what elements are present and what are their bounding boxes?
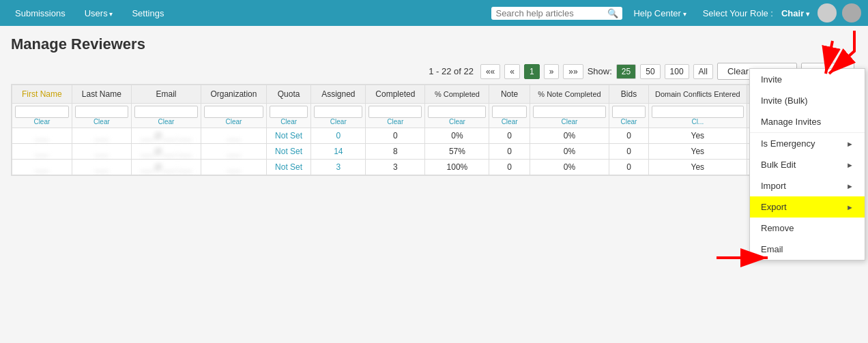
table-row: ___ ___ ___@___.___ ___ Not Set 14 8 57%… <box>12 144 856 160</box>
cell-email: ___@___.___ <box>131 128 201 144</box>
toolbar: 1 - 22 of 22 «« « 1 » »» Show: 25 50 100… <box>11 63 857 80</box>
cell-pct-completed: 100% <box>425 160 489 175</box>
nav-submissions[interactable]: Submissions <box>7 3 74 24</box>
clear-last-name[interactable]: Clear <box>75 118 128 125</box>
cell-assigned[interactable]: 0 <box>311 128 366 144</box>
search-icon: 🔍 <box>607 8 618 18</box>
clear-assigned[interactable]: Clear <box>314 118 362 125</box>
clear-pct-note[interactable]: Clear <box>533 118 606 125</box>
filter-pct-note[interactable] <box>533 106 606 118</box>
col-domain: Domain Conflicts Entered <box>648 85 747 104</box>
col-note: Note <box>489 85 530 104</box>
table-row: ___ ___ ___@___.___ ___ Not Set 3 3 100%… <box>12 160 856 175</box>
col-org: Organization <box>201 85 267 104</box>
col-assigned: Assigned <box>311 85 366 104</box>
avatar <box>818 3 837 23</box>
cell-last-name: ___ <box>72 160 131 175</box>
col-quota: Quota <box>266 85 311 104</box>
cell-quota[interactable]: Not Set <box>266 128 311 144</box>
cell-last-name: ___ <box>72 144 131 160</box>
cell-first-name: ___ <box>12 144 72 160</box>
clear-domain[interactable]: Cl... <box>652 118 744 125</box>
first-name-sort[interactable]: First Name <box>22 89 62 99</box>
pag-first[interactable]: «« <box>480 64 500 79</box>
clear-email[interactable]: Clear <box>134 118 198 125</box>
show-label: Show: <box>588 66 612 76</box>
table-wrap: First Name Last Name Email Organization … <box>11 84 857 176</box>
cell-assigned[interactable]: 3 <box>311 160 366 175</box>
cell-completed: 3 <box>366 160 425 175</box>
cell-bids: 0 <box>609 160 649 175</box>
show-all-button[interactable]: All <box>693 64 713 79</box>
dropdown-item-invite[interactable]: Invite <box>750 69 865 90</box>
col-email: Email <box>131 85 201 104</box>
cell-completed: 0 <box>366 128 425 144</box>
cell-org: ___ <box>201 144 267 160</box>
table-header-row: First Name Last Name Email Organization … <box>12 85 856 104</box>
cell-pct-note: 0% <box>530 128 609 144</box>
table-row: ___ ___ ___@___.___ ___ Not Set 0 0 0% 0… <box>12 128 856 144</box>
filter-completed[interactable] <box>368 106 422 118</box>
cell-quota[interactable]: Not Set <box>266 160 311 175</box>
nav-settings[interactable]: Settings <box>124 3 172 24</box>
clear-bids[interactable]: Clear <box>612 118 646 125</box>
dropdown-item-import[interactable]: Import► <box>750 175 865 185</box>
pag-page-1[interactable]: 1 <box>524 64 540 79</box>
clear-first-name[interactable]: Clear <box>15 118 69 125</box>
show-50-button[interactable]: 50 <box>640 64 660 79</box>
cell-domain: Yes <box>648 128 747 144</box>
submenu-arrow-icon: ► <box>846 140 854 148</box>
cell-note: 0 <box>489 128 530 144</box>
page-content: Manage Reviewers 1 - 22 of 22 «« « 1 » »… <box>0 26 868 185</box>
help-center-button[interactable]: Help Center <box>625 3 694 24</box>
pag-prev[interactable]: « <box>504 64 520 79</box>
clear-org[interactable]: Clear <box>204 118 263 125</box>
dropdown-item-is-emergency[interactable]: Is Emergency► <box>750 133 865 154</box>
cell-note: 0 <box>489 144 530 160</box>
search-input[interactable] <box>495 8 605 18</box>
filter-last-name[interactable] <box>75 106 128 118</box>
cell-assigned[interactable]: 14 <box>311 144 366 160</box>
clear-note[interactable]: Clear <box>492 118 526 125</box>
cell-first-name: ___ <box>12 160 72 175</box>
search-wrap: 🔍 <box>491 7 622 20</box>
cell-note: 0 <box>489 160 530 175</box>
table-body: ___ ___ ___@___.___ ___ Not Set 0 0 0% 0… <box>12 128 856 175</box>
cell-pct-completed: 57% <box>425 144 489 160</box>
nav-users[interactable]: Users <box>76 3 121 24</box>
col-first-name: First Name <box>12 85 72 104</box>
avatar2 <box>842 3 861 23</box>
filter-bids[interactable] <box>612 106 646 118</box>
pag-last[interactable]: »» <box>563 64 583 79</box>
pag-next[interactable]: » <box>544 64 560 79</box>
cell-email: ___@___.___ <box>131 160 201 175</box>
cell-domain: Yes <box>648 144 747 160</box>
filter-domain[interactable] <box>652 106 744 118</box>
submenu-arrow-icon: ► <box>846 182 854 186</box>
cell-quota[interactable]: Not Set <box>266 144 311 160</box>
filter-note[interactable] <box>492 106 526 118</box>
filter-org[interactable] <box>204 106 263 118</box>
filter-assigned[interactable] <box>314 106 362 118</box>
col-bids: Bids <box>609 85 649 104</box>
role-selector[interactable]: Chair <box>781 8 809 18</box>
filter-quota[interactable] <box>270 106 308 118</box>
cell-bids: 0 <box>609 128 649 144</box>
filter-email[interactable] <box>134 106 198 118</box>
dropdown-item-invite--bulk-[interactable]: Invite (Bulk) <box>750 90 865 111</box>
cell-org: ___ <box>201 160 267 175</box>
nav-users-dropdown[interactable]: Users <box>76 8 121 18</box>
table-filter-row: Clear Clear Clear Clear Clear Clear Clea… <box>12 104 856 128</box>
cell-last-name: ___ <box>72 128 131 144</box>
filter-first-name[interactable] <box>15 106 69 118</box>
dropdown-item-manage-invites[interactable]: Manage Invites <box>750 111 865 132</box>
clear-completed[interactable]: Clear <box>368 118 422 125</box>
show-25-button[interactable]: 25 <box>616 64 636 79</box>
cell-domain: Yes <box>648 160 747 175</box>
clear-quota[interactable]: Clear <box>270 118 308 125</box>
col-pct-note: % Note Completed <box>530 85 609 104</box>
dropdown-item-bulk-edit[interactable]: Bulk Edit► <box>750 154 865 175</box>
clear-pct-completed[interactable]: Clear <box>428 118 486 125</box>
show-100-button[interactable]: 100 <box>665 64 689 79</box>
filter-pct-completed[interactable] <box>428 106 486 118</box>
